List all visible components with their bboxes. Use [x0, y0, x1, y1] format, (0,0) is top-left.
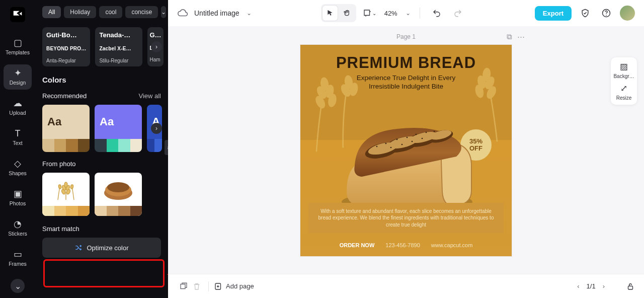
divider	[208, 281, 209, 291]
crop-tool[interactable]: ⌄	[362, 6, 377, 21]
templates-icon: ▢	[14, 38, 22, 47]
art-cta-row: ORDER NOW 123-456-7890 www.capcut.com	[300, 242, 512, 248]
chip-more[interactable]: ⌄	[161, 6, 166, 18]
rail-label: Text	[13, 140, 22, 146]
document-title[interactable]: Untitled image	[194, 9, 239, 17]
svg-point-9	[107, 182, 129, 192]
rail-label: Shapes	[9, 170, 27, 176]
layers-icon	[179, 282, 188, 291]
chip-holiday[interactable]: Holiday	[64, 6, 96, 18]
photo-palette-card[interactable]	[95, 173, 142, 216]
export-button[interactable]: Export	[535, 6, 572, 21]
rail-upload[interactable]: ☁︎ Upload	[4, 95, 32, 120]
shield-button[interactable]	[578, 6, 593, 21]
prev-page[interactable]: ‹	[577, 282, 579, 290]
art-description: With a soft texture and abundant flavor,…	[315, 208, 497, 229]
rail-design[interactable]: ✦ Design	[4, 64, 32, 90]
palette-card[interactable]: Aa	[95, 105, 142, 152]
frames-icon: ▭	[14, 250, 22, 259]
font-line2: BEYOND PRO…	[46, 46, 86, 51]
rail-shapes[interactable]: ◇ Shapes	[4, 155, 32, 180]
help-button[interactable]	[599, 6, 614, 21]
scroll-right-button[interactable]: ›	[151, 41, 162, 52]
from-photo-label: From photo	[42, 160, 75, 168]
wheat-icon	[51, 177, 81, 202]
photos-icon: ▣	[14, 189, 22, 198]
font-line3: Stilu-Regular	[99, 58, 138, 63]
trash-icon	[192, 282, 201, 291]
canvas-area[interactable]: Page 1 ⧉ ⋯ PREMIUM BREAD Experience True…	[168, 26, 644, 274]
scroll-right-button[interactable]: ›	[151, 123, 162, 134]
recommended-header: Recommended View all	[42, 92, 161, 100]
palette-swatches	[42, 139, 90, 152]
rail-frames[interactable]: ▭ Frames	[4, 246, 32, 271]
svg-point-44	[422, 138, 423, 139]
bread-image	[327, 106, 482, 217]
title-dropdown[interactable]: ⌄	[247, 10, 252, 17]
next-page[interactable]: ›	[603, 282, 605, 290]
chevron-down-icon: ⌄	[372, 11, 376, 16]
background-icon: ▨	[620, 61, 628, 72]
zoom-dropdown[interactable]: ⌄	[406, 10, 411, 17]
rail-label: Design	[10, 80, 26, 86]
palette-preview: Aa	[95, 105, 142, 139]
bread-icon	[101, 177, 136, 202]
resize-icon: ⤢	[620, 83, 627, 94]
lock-button[interactable]	[626, 282, 635, 291]
rail-label: Templates	[6, 49, 30, 55]
help-icon	[601, 8, 611, 18]
cursor-tool-group	[321, 4, 356, 22]
wheat-thumbnail	[42, 173, 90, 206]
background-tool[interactable]: ▨ Backgr…	[613, 61, 634, 79]
font-card[interactable]: Guti-Bo… BEYOND PRO… Anta-Regular	[42, 27, 90, 66]
bread-thumbnail	[95, 173, 142, 206]
font-card[interactable]: Tenada-… Zacbel X-E… Stilu-Regular	[95, 27, 142, 66]
zoom-level[interactable]: 42%	[384, 10, 397, 17]
text-icon: T	[15, 129, 21, 138]
phone: 123-456-7890	[385, 242, 420, 248]
add-page-icon	[214, 282, 223, 291]
shapes-icon: ◇	[14, 159, 21, 168]
right-tools: ▨ Backgr… ⤢ Resize	[611, 57, 637, 105]
page-more-icon[interactable]: ⋯	[517, 32, 525, 41]
cursor-icon	[326, 9, 334, 17]
rail-text[interactable]: T Text	[4, 125, 32, 150]
recommended-label: Recommended	[42, 92, 87, 100]
filter-chips: All Holiday cool concise ⌄	[42, 6, 161, 18]
palette-swatches	[95, 139, 142, 152]
redo-button[interactable]	[450, 6, 465, 21]
rail-templates[interactable]: ▢ Templates	[4, 34, 32, 59]
select-tool[interactable]	[323, 6, 338, 21]
app-logo[interactable]	[10, 7, 25, 22]
resize-tool[interactable]: ⤢ Resize	[616, 83, 632, 101]
palette-card[interactable]: Aa	[42, 105, 90, 152]
chevron-down-icon: ⌄	[15, 281, 21, 291]
optimize-color-button[interactable]: Optimize color	[42, 238, 161, 258]
undo-button[interactable]	[429, 6, 444, 21]
redo-icon	[453, 9, 462, 18]
chip-concise[interactable]: concise	[125, 6, 158, 18]
svg-point-36	[396, 139, 398, 140]
chip-all[interactable]: All	[42, 6, 61, 18]
svg-point-38	[416, 134, 417, 135]
rail-stickers[interactable]: ◔ Stickers	[4, 215, 32, 241]
font-line1: Tenada-…	[99, 31, 138, 39]
user-avatar[interactable]	[620, 6, 635, 21]
photo-palette-row	[42, 173, 161, 216]
artboard[interactable]: PREMIUM BREAD Experience True Delight in…	[300, 44, 512, 257]
rail-photos[interactable]: ▣ Photos	[4, 185, 32, 210]
photo-palette-card[interactable]	[42, 173, 90, 216]
view-all-link[interactable]: View all	[138, 92, 161, 100]
chevron-right-icon: ›	[155, 43, 157, 50]
cloud-sync-icon[interactable]	[177, 8, 188, 19]
layers-button[interactable]	[177, 280, 190, 293]
rail-label: Frames	[9, 261, 27, 267]
shuffle-icon	[74, 244, 83, 252]
colors-heading: Colors	[42, 76, 161, 84]
chip-cool[interactable]: cool	[99, 6, 122, 18]
duplicate-page-icon[interactable]: ⧉	[507, 32, 512, 41]
delete-page-button[interactable]	[190, 280, 203, 293]
rail-more[interactable]: ⌄	[11, 279, 25, 293]
hand-tool[interactable]	[340, 6, 355, 21]
add-page-button[interactable]: Add page	[214, 282, 254, 291]
